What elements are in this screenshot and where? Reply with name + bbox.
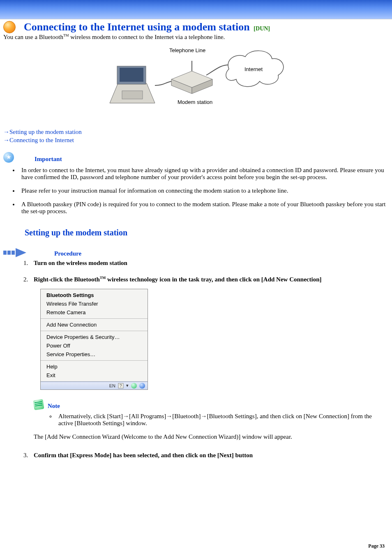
tray-bluetooth-icon[interactable] (139, 383, 145, 389)
note-header: Note (34, 390, 389, 411)
menu-power-off[interactable]: Power Off (41, 341, 148, 350)
note-label: Note (48, 403, 60, 410)
note-item-1: Alternatively, click [Start]→[All Progra… (56, 413, 385, 427)
important-item-2: Please refer to your instruction manual … (19, 187, 389, 194)
tray-help-icon[interactable]: ? (118, 383, 124, 389)
note-list: Alternatively, click [Start]→[All Progra… (34, 413, 389, 427)
svg-rect-2 (120, 68, 143, 82)
step-2-prefix: Right-click the Bluetooth (34, 276, 100, 283)
link-connect-internet[interactable]: Connecting to the Internet (9, 137, 74, 143)
menu-exit[interactable]: Exit (41, 371, 148, 380)
tray-lang[interactable]: EN (109, 383, 115, 388)
wire-1 (155, 81, 171, 85)
diagram-label-internet: Internet (244, 66, 263, 72)
menu-wireless-file-transfer[interactable]: Wireless File Transfer (41, 299, 148, 308)
important-item-3: A Bluetooth passkey (PIN code) is requir… (19, 201, 389, 215)
header-orb-icon (3, 21, 16, 33)
important-header: Important (0, 145, 392, 165)
cloud-icon: Internet (226, 51, 284, 87)
menu-help[interactable]: Help (41, 362, 148, 371)
procedure-step-1: Turn on the wireless modem station (30, 260, 389, 267)
link-arrow-2: → (3, 137, 9, 143)
svg-marker-11 (16, 248, 26, 257)
page-title: Connecting to the Internet using a modem… (24, 21, 250, 33)
important-item-1: In order to connect to the Internet, you… (19, 167, 389, 181)
important-label: Important (35, 156, 62, 163)
laptop-icon (110, 66, 155, 103)
context-menu: Bluetooth Settings Wireless File Transfe… (40, 289, 148, 390)
wire-2 (206, 65, 229, 75)
procedure-header: Procedure (0, 239, 392, 257)
intro-prefix: You can use a Bluetooth (3, 34, 63, 40)
section-setup-title: Setting up the modem station (0, 221, 392, 239)
menu-device-properties[interactable]: Device Properties & Security… (41, 333, 148, 341)
menu-bluetooth-settings[interactable]: Bluetooth Settings (41, 291, 148, 299)
top-banner (0, 0, 392, 19)
svg-rect-9 (7, 251, 11, 255)
procedure-list: Turn on the wireless modem station Right… (0, 260, 392, 459)
note-icon (33, 399, 44, 410)
page-title-tag: [DUN] (254, 25, 270, 32)
link-arrow-1: → (3, 129, 9, 135)
menu-remote-camera[interactable]: Remote Camera (41, 308, 148, 317)
diagram-label-modem: Modem station (178, 99, 212, 105)
intro-suffix: wireless modem to connect to the Interne… (69, 34, 225, 40)
important-list: In order to connect to the Internet, you… (0, 167, 392, 215)
modem-icon: Modem station (171, 61, 212, 105)
svg-text:?: ? (120, 384, 122, 388)
wizard-appear-text: The [Add New Connection Wizard (Welcome … (34, 431, 389, 443)
procedure-step-3: Confirm that [Express Mode] has been sel… (30, 452, 389, 459)
step-3-text: Confirm that [Express Mode] has been sel… (34, 452, 253, 458)
procedure-arrow-icon (3, 248, 26, 257)
diagram-label-telephone: Telephone Line (169, 47, 205, 53)
tray-separator: ▾ (126, 383, 129, 388)
menu-add-new-connection[interactable]: Add New Connection (41, 320, 148, 329)
link-setup-modem[interactable]: Setting up the modem station (9, 129, 82, 135)
tm-mark: TM (63, 33, 69, 37)
step-1-text: Turn on the wireless modem station (34, 260, 127, 266)
svg-rect-3 (122, 91, 143, 99)
page-header: Connecting to the Internet using a modem… (0, 21, 392, 33)
connection-diagram: Telephone Line Modem station Internet (0, 46, 392, 120)
procedure-label: Procedure (54, 250, 81, 257)
svg-rect-8 (3, 251, 7, 255)
intro-text: You can use a BluetoothTM wireless modem… (0, 33, 392, 41)
procedure-step-2: Right-click the BluetoothTM wireless tec… (30, 276, 389, 443)
diagram-svg: Telephone Line Modem station Internet (106, 46, 286, 120)
menu-service-properties[interactable]: Service Properties… (41, 350, 148, 359)
step-2-tm: TM (100, 276, 106, 280)
jump-links: →Setting up the modem station →Connectin… (0, 128, 392, 145)
step-2-suffix: wireless technology icon in the task tra… (106, 276, 321, 283)
star-icon (3, 152, 14, 163)
tray-green-icon[interactable] (131, 383, 137, 389)
svg-rect-10 (12, 251, 15, 255)
task-tray: EN ? ▾ (41, 382, 148, 389)
